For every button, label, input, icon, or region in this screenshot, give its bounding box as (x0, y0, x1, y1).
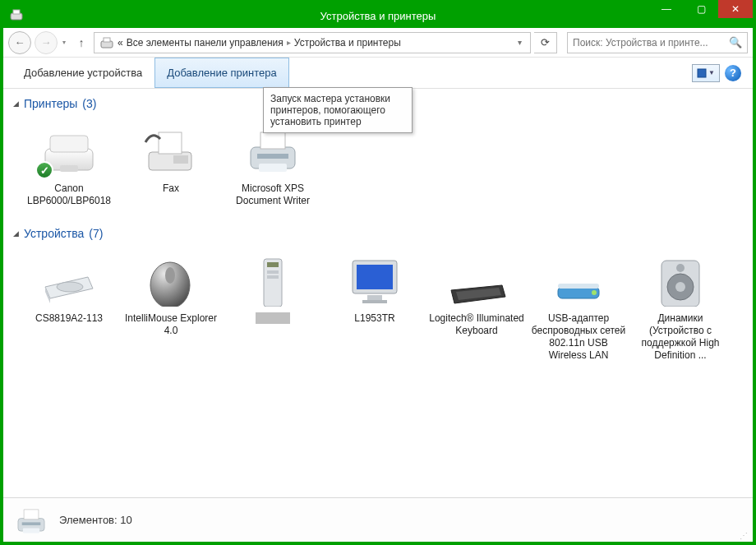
command-bar: Добавление устройства Добавление принтер… (3, 58, 753, 89)
keyboard-icon (443, 252, 510, 309)
view-icon (697, 68, 707, 78)
refresh-button[interactable]: ⟳ (534, 32, 557, 53)
add-device-button[interactable]: Добавление устройства (12, 58, 154, 88)
address-dropdown-icon[interactable]: ▾ (514, 38, 525, 47)
device-item[interactable]: ✓ Canon LBP6000/LBP6018 (18, 117, 120, 214)
device-label: IntelliMouse Explorer 4.0 (123, 312, 219, 337)
location-icon (99, 36, 114, 49)
chevron-down-icon: ▼ (708, 69, 715, 76)
window-title: Устройства и принтеры (3, 10, 753, 22)
devices-list: CS8819A2-113 IntelliMouse Explorer 4.0 L… (13, 247, 743, 368)
device-label: Canon LBP6000/LBP6018 (21, 182, 117, 207)
device-label: L1953TR (354, 312, 394, 325)
nav-bar: ← → ▾ ↑ « Все элементы панели управления… (3, 28, 753, 58)
window-root: Устройства и принтеры — ▢ ✕ ← → ▾ ↑ « Вс… (0, 0, 756, 545)
search-icon: 🔍 (729, 36, 742, 48)
search-box[interactable]: 🔍 (567, 32, 748, 53)
device-item[interactable]: CS8819A2-113 (18, 247, 120, 368)
group-header-devices[interactable]: ◢ Устройства (7) (13, 227, 743, 240)
collapse-icon: ◢ (13, 99, 19, 108)
device-label: Microsoft XPS Document Writer (225, 182, 320, 207)
breadcrumb-prefix: « (118, 37, 123, 48)
device-label: CS8819A2-113 (35, 312, 103, 325)
search-input[interactable] (573, 37, 729, 48)
tooltip: Запуск мастера установки принтеров, помо… (263, 87, 413, 133)
device-item[interactable]: Logitech® Illuminated Keyboard (426, 247, 528, 368)
add-printer-button[interactable]: Добавление принтера (154, 58, 288, 88)
device-item[interactable]: Динамики (Устройство с поддержкой High D… (629, 247, 731, 368)
mouse-icon (137, 252, 205, 309)
minimize-button[interactable]: — (649, 0, 684, 18)
svg-rect-30 (698, 69, 706, 77)
collapse-icon: ◢ (13, 229, 19, 238)
content-area: ◢ Принтеры (3) ✓ Canon LBP6000/LBP6018 F… (3, 89, 753, 497)
device-label: Logitech® Illuminated Keyboard (429, 312, 524, 337)
breadcrumb-item[interactable]: Все элементы панели управления (127, 37, 284, 48)
default-check-icon: ✓ (35, 161, 53, 179)
device-item[interactable] (222, 247, 324, 368)
address-bar[interactable]: « Все элементы панели управления ▸ Устро… (94, 32, 531, 53)
status-text: Элементов: 10 (59, 514, 132, 526)
back-button[interactable]: ← (8, 31, 31, 54)
window-controls: — ▢ ✕ (649, 3, 753, 28)
device-label: USB-адаптер беспроводных сетей 802.11n U… (531, 312, 626, 362)
device-item[interactable]: Fax (120, 117, 222, 214)
speaker-icon (647, 252, 714, 309)
status-bar: Элементов: 10 ⋰ (3, 497, 753, 542)
chevron-right-icon: ▸ (287, 38, 291, 47)
redacted-label (256, 312, 290, 324)
items-label: Элементов: (59, 514, 118, 526)
view-options-button[interactable]: ▼ (692, 64, 720, 82)
app-icon (8, 7, 25, 24)
up-button[interactable]: ↑ (72, 34, 90, 52)
close-button[interactable]: ✕ (718, 0, 753, 18)
titlebar: Устройства и принтеры — ▢ ✕ (3, 3, 753, 28)
fax-icon (137, 122, 205, 179)
maximize-button[interactable]: ▢ (684, 0, 718, 18)
computer-icon (239, 252, 307, 309)
device-item[interactable]: L1953TR (324, 247, 426, 368)
wifi-adapter-icon (545, 252, 612, 309)
group-count: (7) (89, 227, 103, 240)
resize-grip[interactable]: ⋰ (740, 531, 749, 540)
help-button[interactable]: ? (725, 65, 741, 81)
group-label: Принтеры (24, 97, 77, 110)
items-count: 10 (120, 514, 131, 526)
group-count: (3) (82, 97, 96, 110)
status-icon (13, 504, 49, 537)
breadcrumb-item[interactable]: Устройства и принтеры (294, 37, 401, 48)
drive-icon (35, 252, 103, 309)
group-label: Устройства (24, 227, 84, 240)
history-dropdown-icon[interactable]: ▾ (61, 39, 69, 46)
device-label: Динамики (Устройство с поддержкой High D… (633, 312, 728, 362)
device-label (256, 312, 290, 327)
device-item[interactable]: USB-адаптер беспроводных сетей 802.11n U… (528, 247, 629, 368)
device-item[interactable]: IntelliMouse Explorer 4.0 (120, 247, 222, 368)
device-label: Fax (163, 182, 179, 195)
forward-button[interactable]: → (35, 31, 58, 54)
printer-icon: ✓ (35, 122, 103, 179)
monitor-icon (341, 252, 408, 309)
